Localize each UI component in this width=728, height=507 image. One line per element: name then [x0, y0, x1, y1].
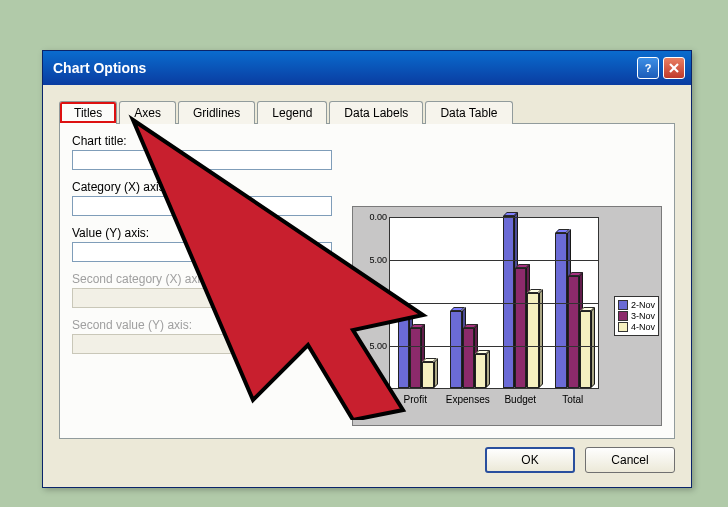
bar	[568, 276, 579, 388]
category-x-input[interactable]	[72, 196, 332, 216]
y-tick-label: $-	[379, 384, 387, 394]
field-chart-title: Chart title:	[72, 134, 332, 170]
gridline	[389, 303, 599, 304]
chart-options-dialog: Chart Options ? Titles Axes Gridlines Le…	[42, 50, 692, 488]
window-title: Chart Options	[53, 60, 633, 76]
gridline	[389, 346, 599, 347]
tab-pane: Chart title: Category (X) axis: Value (Y…	[59, 123, 675, 439]
y-tick-label: 5.00	[369, 255, 387, 265]
legend-item: 4-Nov	[618, 322, 655, 332]
field-value-y: Value (Y) axis:	[72, 226, 332, 262]
y-tick-label: 0.00	[369, 298, 387, 308]
legend-swatch	[618, 311, 628, 321]
close-icon	[668, 62, 680, 74]
tab-legend[interactable]: Legend	[257, 101, 327, 124]
category-x-label: Category (X) axis:	[72, 180, 332, 194]
x-category-label: Profit	[404, 394, 427, 405]
title-bar: Chart Options ?	[43, 51, 691, 85]
bar	[410, 328, 421, 388]
x-category-label: Expenses	[446, 394, 490, 405]
bar	[475, 354, 486, 388]
tab-strip: Titles Axes Gridlines Legend Data Labels…	[59, 101, 675, 124]
value-y-label: Value (Y) axis:	[72, 226, 332, 240]
legend-item: 3-Nov	[618, 311, 655, 321]
chart-title-input[interactable]	[72, 150, 332, 170]
legend-item: 2-Nov	[618, 300, 655, 310]
bar	[580, 311, 591, 388]
second-category-x-label: Second category (X) axis:	[72, 272, 332, 286]
bar	[398, 319, 409, 388]
legend-label: 2-Nov	[631, 300, 655, 310]
y-tick-label: 0.00	[369, 212, 387, 222]
ok-button[interactable]: OK	[485, 447, 575, 473]
second-value-y-label: Second value (Y) axis:	[72, 318, 332, 332]
tab-gridlines[interactable]: Gridlines	[178, 101, 255, 124]
field-second-category-x: Second category (X) axis:	[72, 272, 332, 308]
x-category-label: Total	[562, 394, 583, 405]
bar	[515, 268, 526, 388]
legend: 2-Nov 3-Nov 4-Nov	[614, 296, 659, 336]
tab-axes[interactable]: Axes	[119, 101, 176, 124]
chart-title-label: Chart title:	[72, 134, 332, 148]
field-category-x: Category (X) axis:	[72, 180, 332, 216]
bar	[463, 328, 474, 388]
legend-swatch	[618, 322, 628, 332]
chart-preview-column: 2-Nov 3-Nov 4-Nov $-5.000.005.000.00Prof…	[340, 124, 674, 438]
bar	[450, 311, 461, 388]
help-button[interactable]: ?	[637, 57, 659, 79]
gridline	[389, 217, 599, 218]
tab-data-labels[interactable]: Data Labels	[329, 101, 423, 124]
form-column: Chart title: Category (X) axis: Value (Y…	[60, 124, 340, 438]
x-category-label: Budget	[504, 394, 536, 405]
dialog-buttons: OK Cancel	[485, 447, 675, 473]
bar	[503, 216, 514, 388]
bar	[422, 362, 433, 388]
gridline	[389, 260, 599, 261]
tab-data-table[interactable]: Data Table	[425, 101, 512, 124]
bar	[527, 293, 538, 388]
value-y-input[interactable]	[72, 242, 332, 262]
dialog-body: Titles Axes Gridlines Legend Data Labels…	[43, 85, 691, 487]
y-tick-label: 5.00	[369, 341, 387, 351]
legend-label: 4-Nov	[631, 322, 655, 332]
second-category-x-input	[72, 288, 241, 308]
tab-titles[interactable]: Titles	[59, 101, 117, 124]
cancel-button[interactable]: Cancel	[585, 447, 675, 473]
second-value-y-input	[72, 334, 241, 354]
close-button[interactable]	[663, 57, 685, 79]
field-second-value-y: Second value (Y) axis:	[72, 318, 332, 354]
help-icon: ?	[645, 62, 652, 74]
bar	[555, 233, 566, 388]
chart-preview: 2-Nov 3-Nov 4-Nov $-5.000.005.000.00Prof…	[352, 206, 662, 426]
legend-swatch	[618, 300, 628, 310]
legend-label: 3-Nov	[631, 311, 655, 321]
